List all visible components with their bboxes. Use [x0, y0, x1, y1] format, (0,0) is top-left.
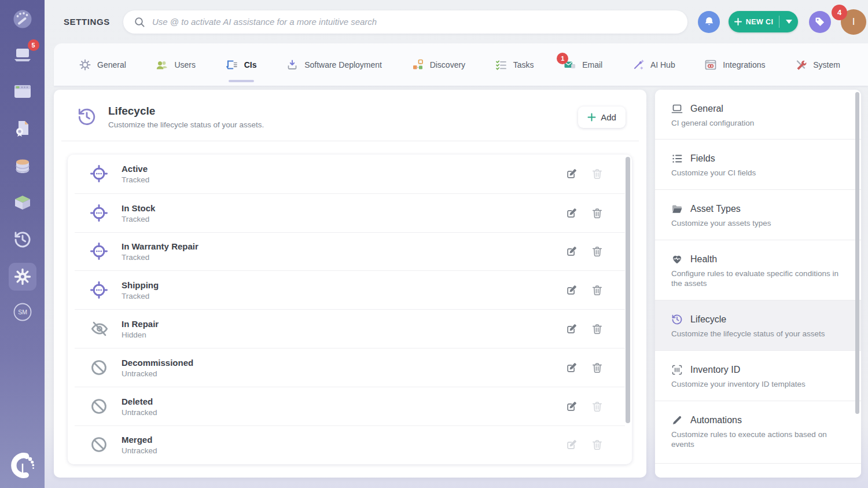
tab-users[interactable]: Users: [156, 43, 196, 86]
panel-title: Lifecycle: [108, 105, 264, 118]
tags-button[interactable]: [809, 11, 831, 33]
ban-icon: [90, 397, 108, 416]
edit-icon[interactable]: [565, 361, 578, 374]
window-icon: [14, 85, 31, 98]
status-tracking: Untracked: [122, 369, 193, 377]
sidebar-item-deploy[interactable]: [11, 191, 34, 214]
trash-icon[interactable]: [591, 322, 604, 335]
trash-icon[interactable]: [591, 245, 604, 258]
gear-tab-icon: [79, 59, 91, 71]
tab-discovery[interactable]: Discovery: [412, 43, 465, 86]
edit-icon: [565, 438, 578, 451]
history-icon: [13, 230, 32, 249]
target-icon: [90, 242, 108, 260]
sidebar-item-sm[interactable]: SM: [11, 300, 34, 324]
tab-tasks[interactable]: Tasks: [495, 43, 534, 86]
trash-icon: [591, 400, 604, 413]
lifecycle-row: DeletedUntracked: [75, 387, 625, 425]
gear-icon: [14, 268, 31, 285]
tab-cis[interactable]: CIs: [226, 43, 257, 86]
tab-system[interactable]: System: [795, 43, 840, 86]
edit-icon[interactable]: [565, 284, 578, 296]
edit-icon[interactable]: [565, 245, 578, 258]
lifecycle-row: DecommissionedUntracked: [75, 348, 625, 387]
sidebar-item-inventory[interactable]: [11, 155, 34, 178]
sidebar-item-devices[interactable]: 5: [11, 43, 34, 67]
ban-icon: [90, 358, 108, 377]
ci-settings-nav: General CI general configuration Fields …: [655, 90, 861, 478]
nav-item-health[interactable]: Health Configure rules to evaluate speci…: [655, 240, 861, 300]
laptop-icon: [671, 103, 683, 115]
notifications-button[interactable]: [698, 11, 720, 33]
status-tracking: Tracked: [122, 175, 149, 184]
sidebar-item-licenses[interactable]: [11, 117, 34, 140]
database-icon: [13, 157, 32, 175]
package-box-icon: [13, 194, 32, 211]
status-name: Merged: [122, 435, 157, 445]
status-name: Deleted: [122, 396, 157, 406]
lifecycle-row: In Warranty RepairTracked: [75, 232, 625, 271]
list-icon: [671, 153, 683, 164]
folder-icon: [671, 203, 683, 215]
lifecycle-row: In StockTracked: [75, 193, 625, 232]
lifecycle-row: MergedUntracked: [75, 425, 625, 464]
lifecycle-list: ActiveTracked In StockTracked In Warrant…: [68, 155, 632, 464]
global-search[interactable]: [123, 10, 687, 34]
caret-down-icon: [786, 20, 792, 24]
magic-wand-icon: [632, 59, 644, 71]
nav-item-asset-types[interactable]: Asset Types Customize your assets types: [655, 189, 861, 240]
settings-tabs: General Users CIs Software Deployment Di…: [54, 43, 868, 86]
lifecycle-row: In RepairHidden: [75, 309, 625, 348]
invgate-logo-icon: [8, 451, 37, 480]
tab-email[interactable]: 1 Email: [564, 43, 602, 86]
nav-item-inventory-id[interactable]: Inventory ID Customize your inventory ID…: [655, 350, 861, 401]
edit-icon[interactable]: [565, 167, 578, 180]
add-button[interactable]: Add: [578, 107, 626, 128]
topbar: SETTINGS NEW CI I 4: [45, 0, 868, 43]
sm-circle-icon: SM: [13, 302, 32, 322]
trash-icon[interactable]: [591, 207, 604, 219]
ban-icon: [90, 435, 108, 454]
bell-icon: [703, 16, 715, 28]
status-tracking: Untracked: [122, 446, 157, 455]
edit-icon[interactable]: [565, 322, 578, 335]
divider: [61, 141, 639, 141]
trash-icon[interactable]: [591, 361, 604, 374]
panel-scrollbar[interactable]: [855, 92, 859, 414]
search-input[interactable]: [152, 17, 677, 27]
edit-icon[interactable]: [565, 400, 578, 413]
new-ci-button[interactable]: NEW CI: [729, 11, 798, 32]
status-tracking: Tracked: [122, 292, 159, 300]
lifecycle-panel: Lifecycle Customize the lifecycle status…: [54, 90, 646, 478]
nav-item-automations[interactable]: Automations Customize rules to execute a…: [655, 401, 861, 463]
nav-item-fields[interactable]: Fields Customize your CI fields: [655, 139, 861, 189]
barcode-scan-icon: [671, 364, 683, 376]
document-badge-icon: [14, 120, 31, 137]
target-icon: [90, 204, 108, 222]
trash-icon[interactable]: [591, 284, 604, 296]
status-name: In Stock: [122, 203, 155, 212]
nav-item-software-metering[interactable]: Software metering: [655, 463, 861, 478]
tab-general[interactable]: General: [79, 43, 126, 86]
tab-ai-hub[interactable]: AI Hub: [632, 43, 675, 86]
edit-icon[interactable]: [565, 207, 578, 219]
status-tracking: Hidden: [122, 331, 159, 339]
plus-icon: [734, 18, 742, 25]
gauge-logo-icon[interactable]: [10, 7, 35, 31]
sidebar-item-software[interactable]: [11, 80, 34, 103]
status-name: Active: [122, 164, 149, 174]
nav-item-lifecycle[interactable]: Lifecycle Customize the lifecycle status…: [655, 300, 861, 350]
new-ci-dropdown[interactable]: [779, 11, 798, 32]
target-icon: [90, 164, 108, 183]
lifecycle-row: ShippingTracked: [75, 270, 625, 309]
user-avatar[interactable]: I 4: [841, 9, 866, 35]
tab-integrations[interactable]: Integrations: [705, 43, 765, 86]
list-scrollbar[interactable]: [626, 157, 630, 423]
target-icon: [90, 281, 108, 299]
nav-item-general[interactable]: General CI general configuration: [655, 90, 861, 139]
sidebar-item-settings[interactable]: [9, 263, 36, 291]
left-sidebar: 5 SM: [0, 0, 45, 488]
svg-text:SM: SM: [18, 309, 27, 315]
tab-software-deployment[interactable]: Software Deployment: [286, 43, 382, 86]
sidebar-item-history[interactable]: [11, 228, 34, 251]
